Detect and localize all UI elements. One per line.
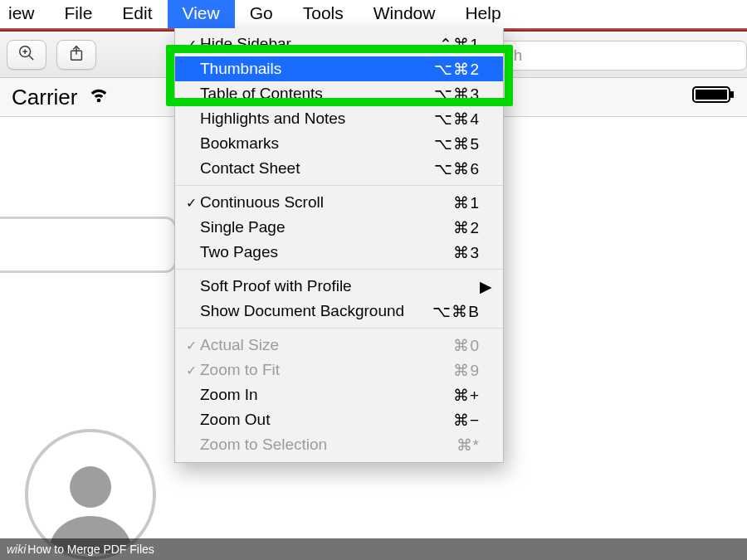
menu-item-label: Zoom to Selection [200, 436, 456, 454]
checkmark-icon: ✓ [182, 195, 200, 211]
menu-item-shortcut: ⌥⌘5 [434, 134, 480, 153]
carrier-label: Carrier [12, 85, 77, 110]
menu-item-label: Actual Size [200, 336, 453, 354]
menu-item-shortcut: ⌘1 [453, 193, 480, 212]
menu-item-hide-sidebar[interactable]: ✓Hide Sidebar⌃⌘1 [175, 32, 503, 56]
menu-item-show-document-background[interactable]: Show Document Background⌥⌘B [175, 299, 503, 324]
menu-item-shortcut: ⌘9 [453, 361, 480, 380]
caption-text: How to Merge PDF Files [27, 543, 154, 556]
battery-icon [692, 85, 735, 110]
svg-line-1 [29, 55, 34, 60]
menu-item-label: Table of Contents [200, 85, 434, 103]
menu-item-shortcut: ⌥⌘2 [434, 60, 480, 79]
menu-item-label: Two Pages [200, 243, 453, 261]
menu-item-label: Zoom to Fit [200, 361, 453, 379]
menu-item-label: Single Page [200, 218, 453, 236]
menu-separator [175, 269, 503, 270]
menu-tools[interactable]: Tools [288, 0, 359, 28]
caption-bar: wiki How to Merge PDF Files [0, 538, 747, 560]
menu-item-zoom-to-selection: Zoom to Selection⌘* [175, 432, 503, 457]
app-name: iew [0, 0, 50, 28]
menu-item-shortcut: ⌥⌘4 [434, 110, 480, 129]
text-field-outline [0, 217, 177, 273]
menu-item-shortcut: ⌃⌘1 [439, 35, 480, 54]
checkmark-icon: ✓ [182, 37, 200, 52]
menu-item-actual-size: ✓Actual Size⌘0 [175, 333, 503, 358]
magnifier-plus-icon [17, 44, 36, 66]
menu-item-label: Zoom In [200, 386, 453, 404]
wifi-icon [87, 83, 110, 112]
view-dropdown: ✓Hide Sidebar⌃⌘1Thumbnails⌥⌘2Table of Co… [174, 28, 504, 463]
menu-item-label: Highlights and Notes [200, 110, 434, 128]
search-field[interactable]: Search [463, 41, 747, 71]
menu-item-shortcut: ⌥⌘3 [434, 85, 480, 104]
menu-item-shortcut: ⌘+ [453, 386, 480, 405]
share-button[interactable] [56, 40, 96, 70]
menu-item-shortcut: ⌘0 [453, 336, 480, 355]
svg-point-9 [70, 466, 111, 508]
menu-item-shortcut: ⌘3 [453, 243, 480, 262]
svg-rect-7 [696, 90, 727, 100]
menu-item-zoom-out[interactable]: Zoom Out⌘− [175, 407, 503, 432]
checkmark-icon: ✓ [182, 338, 200, 353]
menu-item-shortcut: ⌥⌘B [432, 302, 480, 321]
checkmark-icon: ✓ [182, 363, 200, 378]
menu-item-label: Contact Sheet [200, 159, 434, 178]
menu-item-label: Soft Proof with Profile [200, 277, 480, 295]
menu-item-bookmarks[interactable]: Bookmarks⌥⌘5 [175, 131, 503, 156]
menubar: iew File Edit View Go Tools Window Help [0, 0, 747, 28]
menu-item-two-pages[interactable]: Two Pages⌘3 [175, 240, 503, 265]
svg-rect-8 [730, 91, 734, 98]
menu-item-table-of-contents[interactable]: Table of Contents⌥⌘3 [175, 81, 503, 106]
menu-item-label: Show Document Background [200, 302, 432, 320]
menu-item-zoom-to-fit: ✓Zoom to Fit⌘9 [175, 358, 503, 382]
menu-item-shortcut: ⌘* [456, 436, 480, 455]
menu-item-shortcut: ⌘− [453, 411, 480, 430]
share-icon [67, 44, 85, 66]
menu-item-label: Hide Sidebar [200, 35, 439, 53]
menu-item-label: Thumbnails [200, 60, 434, 78]
menu-edit[interactable]: Edit [107, 0, 167, 28]
menu-separator [175, 328, 503, 329]
zoom-in-button[interactable] [7, 40, 46, 70]
menu-go[interactable]: Go [235, 0, 288, 28]
menu-separator [175, 185, 503, 186]
menu-item-label: Zoom Out [200, 411, 453, 429]
menu-item-shortcut: ⌥⌘6 [434, 159, 480, 178]
menu-item-single-page[interactable]: Single Page⌘2 [175, 215, 503, 240]
caption-prefix: wiki [7, 543, 26, 556]
menu-help[interactable]: Help [450, 0, 515, 28]
menu-item-shortcut: ⌘2 [453, 218, 480, 237]
menu-item-contact-sheet[interactable]: Contact Sheet⌥⌘6 [175, 156, 503, 181]
submenu-arrow-icon: ▶ [480, 277, 491, 296]
menu-item-label: Bookmarks [200, 134, 434, 153]
menu-item-continuous-scroll[interactable]: ✓Continuous Scroll⌘1 [175, 190, 503, 215]
menu-file[interactable]: File [50, 0, 108, 28]
menu-item-zoom-in[interactable]: Zoom In⌘+ [175, 382, 503, 407]
menu-item-soft-proof-with-profile[interactable]: Soft Proof with Profile▶ [175, 274, 503, 299]
menu-item-highlights-and-notes[interactable]: Highlights and Notes⌥⌘4 [175, 106, 503, 131]
menu-view[interactable]: View [168, 0, 235, 28]
menu-item-label: Continuous Scroll [200, 193, 453, 212]
menu-window[interactable]: Window [359, 0, 451, 28]
menu-item-thumbnails[interactable]: Thumbnails⌥⌘2 [175, 56, 503, 81]
